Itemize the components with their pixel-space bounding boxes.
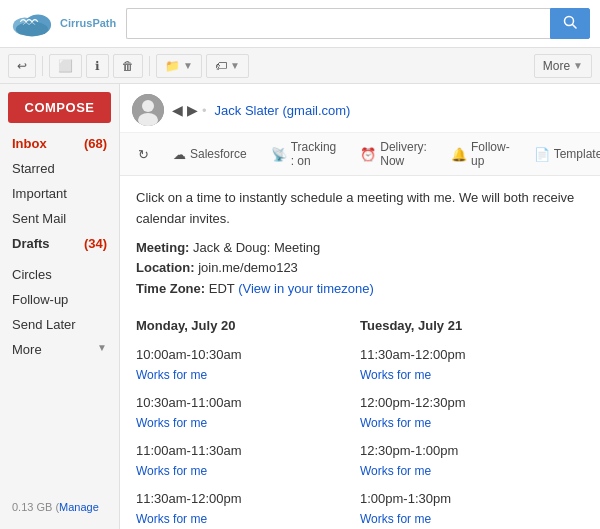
meeting-value: Jack & Doug: Meeting [193, 240, 320, 255]
schedule-time-col1-1: 10:00am-10:30am [136, 345, 360, 366]
tracking-button[interactable]: 📡 Tracking : on [265, 137, 343, 171]
manage-link[interactable]: Manage [59, 501, 99, 513]
sidebar-more-label: More [12, 342, 42, 357]
tracking-icon: 📡 [271, 147, 287, 162]
app-name: CirrusPath [60, 17, 116, 29]
works-link-col2-1[interactable]: Works for me [360, 366, 584, 385]
email-toolbar: ↩ ⬜ ℹ 🗑 📁 ▼ 🏷 ▼ More ▼ [0, 48, 600, 84]
works-link-col2-3[interactable]: Works for me [360, 462, 584, 481]
toolbar-separator-1 [42, 56, 43, 76]
sidebar-item-drafts[interactable]: Drafts (34) [0, 231, 119, 256]
delivery-icon: ⏰ [360, 147, 376, 162]
plugin-bar: ↻ ☁ Salesforce 📡 Tracking : on ⏰ Deliver… [120, 133, 600, 176]
delivery-label: Delivery: Now [380, 140, 427, 168]
sidebar-drafts-count: (34) [84, 236, 107, 251]
back-button[interactable]: ↩ [8, 54, 36, 78]
works-link-col1-2[interactable]: Works for me [136, 414, 360, 433]
timezone-link[interactable]: (View in your timezone) [238, 281, 374, 296]
svg-point-6 [142, 100, 154, 112]
schedule-time-col1-4: 11:30am-12:00pm [136, 489, 360, 510]
sender-link[interactable]: Jack Slater (gmail.com) [215, 103, 351, 118]
followup-icon: 🔔 [451, 147, 467, 162]
works-link-col1-3[interactable]: Works for me [136, 462, 360, 481]
sender-close-parens: ) [346, 103, 350, 118]
top-bar: CirrusPath [0, 0, 600, 48]
works-link-col2-2[interactable]: Works for me [360, 414, 584, 433]
templates-icon: 📄 [534, 147, 550, 162]
works-link-col2-4[interactable]: Works for me [360, 510, 584, 529]
more-label: More [543, 59, 570, 73]
sidebar-item-circles[interactable]: Circles [0, 262, 119, 287]
svg-point-2 [16, 21, 48, 36]
templates-label: Templates [554, 147, 600, 161]
works-link-col1-4[interactable]: Works for me [136, 510, 360, 529]
meeting-row: Meeting: Jack & Doug: Meeting [136, 238, 584, 259]
tag-button[interactable]: 🏷 ▼ [206, 54, 249, 78]
schedule-slot-col1-1: 10:00am-10:30am Works for me [136, 341, 360, 389]
sidebar-sendlater-label: Send Later [12, 317, 76, 332]
followup-label: Follow-up [471, 140, 510, 168]
sidebar-important-label: Important [12, 186, 67, 201]
nav-forward-button[interactable]: ▶ [187, 102, 198, 118]
timezone-value: EDT [209, 281, 235, 296]
sidebar-item-important[interactable]: Important [0, 181, 119, 206]
logo-icon [10, 9, 54, 39]
timezone-label: Time Zone: [136, 281, 205, 296]
templates-button[interactable]: 📄 Templates [528, 144, 600, 165]
email-header: ◀ ▶ • Jack Slater (gmail.com) [120, 84, 600, 133]
email-navigation: ◀ ▶ • [172, 102, 207, 118]
more-dropdown-arrow: ▼ [573, 60, 583, 71]
sender-name: Jack Slater [215, 103, 279, 118]
location-row: Location: join.me/demo123 [136, 258, 584, 279]
search-input[interactable] [126, 8, 550, 39]
avatar [132, 94, 164, 126]
schedule-grid: Monday, July 20 Tuesday, July 21 10:00am… [136, 310, 584, 529]
sidebar-sent-label: Sent Mail [12, 211, 66, 226]
email-from: Jack Slater (gmail.com) [215, 103, 351, 118]
works-link-col1-1[interactable]: Works for me [136, 366, 360, 385]
sidebar-item-starred[interactable]: Starred [0, 156, 119, 181]
delete-button[interactable]: 🗑 [113, 54, 143, 78]
toolbar-separator-2 [149, 56, 150, 76]
more-button[interactable]: More ▼ [534, 54, 592, 78]
refresh-button[interactable]: ↻ [132, 144, 155, 165]
svg-line-4 [573, 25, 577, 29]
salesforce-label: Salesforce [190, 147, 247, 161]
schedule-time-col1-3: 11:00am-11:30am [136, 441, 360, 462]
schedule-slot-col2-1: 11:30am-12:00pm Works for me [360, 341, 584, 389]
nav-separator: • [202, 103, 207, 118]
sidebar-followup-label: Follow-up [12, 292, 68, 307]
sidebar-item-more[interactable]: More ▼ [0, 337, 119, 362]
back-icon: ↩ [17, 59, 27, 73]
sidebar-item-followup[interactable]: Follow-up [0, 287, 119, 312]
compose-button[interactable]: COMPOSE [8, 92, 111, 123]
sidebar-item-sendlater[interactable]: Send Later [0, 312, 119, 337]
salesforce-button[interactable]: ☁ Salesforce [167, 144, 253, 165]
schedule-slot-col1-3: 11:00am-11:30am Works for me [136, 437, 360, 485]
email-content: ◀ ▶ • Jack Slater (gmail.com) ↻ ☁ Salesf… [120, 84, 600, 529]
search-button[interactable] [550, 8, 590, 39]
logo-area: CirrusPath [10, 9, 116, 39]
followup-button[interactable]: 🔔 Follow-up [445, 137, 516, 171]
schedule-time-col2-3: 12:30pm-1:00pm [360, 441, 584, 462]
schedule-slot-col1-2: 10:30am-11:00am Works for me [136, 389, 360, 437]
folder-dropdown-arrow: ▼ [183, 60, 193, 71]
archive-button[interactable]: ⬜ [49, 54, 82, 78]
sidebar-item-inbox[interactable]: Inbox (68) [0, 131, 119, 156]
tag-dropdown-arrow: ▼ [230, 60, 240, 71]
schedule-col2-header: Tuesday, July 21 [360, 310, 584, 341]
delivery-button[interactable]: ⏰ Delivery: Now [354, 137, 433, 171]
schedule-time-col2-4: 1:00pm-1:30pm [360, 489, 584, 510]
sidebar-inbox-count: (68) [84, 136, 107, 151]
schedule-time-col2-1: 11:30am-12:00pm [360, 345, 584, 366]
nav-back-button[interactable]: ◀ [172, 102, 183, 118]
schedule-slot-col2-2: 12:00pm-12:30pm Works for me [360, 389, 584, 437]
sidebar-item-sent[interactable]: Sent Mail [0, 206, 119, 231]
sidebar-inbox-label: Inbox [12, 136, 47, 151]
email-body: Click on a time to instantly schedule a … [120, 176, 600, 529]
info-button[interactable]: ℹ [86, 54, 109, 78]
salesforce-icon: ☁ [173, 147, 186, 162]
schedule-slot-col2-3: 12:30pm-1:00pm Works for me [360, 437, 584, 485]
folder-button[interactable]: 📁 ▼ [156, 54, 202, 78]
tag-icon: 🏷 [215, 59, 227, 73]
